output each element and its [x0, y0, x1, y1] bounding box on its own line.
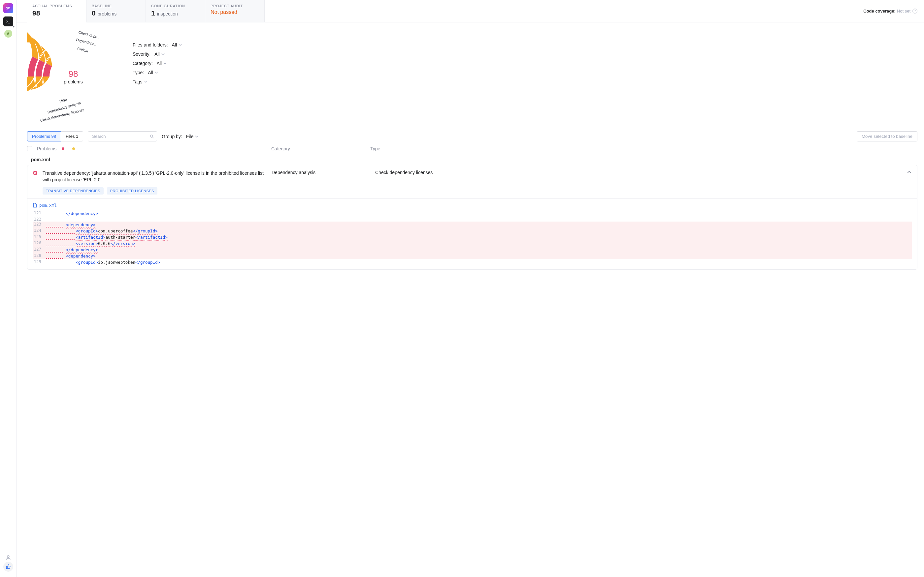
code-line: 122 — [33, 217, 912, 222]
tab-value: 1 — [151, 9, 155, 17]
tab-strip: ACTUAL PROBLEMS 98 BASELINE 0problems CO… — [16, 0, 924, 23]
code-line: 124 <groupId>com.ubercoffee</groupId> — [33, 228, 912, 234]
tab-baseline[interactable]: BASELINE 0problems — [86, 0, 146, 22]
error-icon — [33, 171, 38, 183]
qodana-icon[interactable]: QD — [3, 3, 13, 13]
filter-label: Tags — [132, 79, 142, 84]
problem-title: Transitive dependency: 'jakarta.annotati… — [42, 170, 267, 183]
chevron-down-icon — [195, 135, 199, 139]
code-coverage-value: Not set — [897, 8, 911, 13]
table-header: Problems → Category Type — [27, 142, 918, 155]
sunburst-chart[interactable]: 98 problems Check depe… Dependenc… Criti… — [27, 30, 120, 122]
filter-label: Category: — [132, 61, 153, 66]
segment-files[interactable]: Files 1 — [61, 131, 83, 142]
problem-type: Check dependency licenses — [375, 170, 433, 175]
tab-project-audit[interactable]: PROJECT AUDIT Not passed — [205, 0, 265, 22]
sunburst-center: 98 problems — [27, 30, 120, 122]
col-problems: Problems — [37, 146, 57, 152]
code-line: 127 </dependency> — [33, 247, 912, 253]
tab-value: Not passed — [210, 9, 252, 15]
col-category: Category — [271, 146, 370, 152]
chevron-down-icon — [178, 43, 182, 47]
file-link-text: pom.xml — [39, 203, 57, 208]
filter-label: Files and folders: — [132, 42, 168, 47]
filter-value: All — [154, 52, 160, 57]
avatar-initial: A — [7, 32, 10, 35]
filter-label: Severity: — [132, 52, 150, 57]
filter-type[interactable]: Type: All — [132, 70, 182, 75]
search-input[interactable] — [88, 131, 157, 142]
feedback-button[interactable] — [3, 562, 13, 572]
tab-actual-problems[interactable]: ACTUAL PROBLEMS 98 — [27, 0, 86, 23]
filter-severity[interactable]: Severity: All — [132, 52, 182, 57]
file-icon — [33, 203, 37, 208]
tab-value: 98 — [32, 9, 40, 17]
filter-files-folders[interactable]: Files and folders: All — [132, 42, 182, 47]
tab-label: ACTUAL PROBLEMS — [32, 4, 74, 8]
severity-dot-warning-icon — [72, 147, 75, 150]
terminal-glyph: >_ — [6, 20, 10, 23]
filter-value: All — [157, 61, 162, 66]
groupby-label: Group by: — [162, 134, 182, 139]
code-line: 128 <dependency> — [33, 253, 912, 259]
tab-unit: inspection — [157, 11, 178, 16]
tag-chip[interactable]: TRANSITIVE DEPENDENCIES — [42, 187, 103, 195]
tab-label: BASELINE — [92, 4, 134, 8]
file-link[interactable]: pom.xml — [33, 203, 912, 208]
select-all-checkbox[interactable] — [27, 146, 32, 152]
chevron-down-icon — [154, 71, 158, 74]
view-segment: Problems 98 Files 1 — [27, 131, 83, 142]
problem-category: Dependency analysis — [271, 170, 371, 183]
chevron-down-icon — [144, 80, 148, 84]
svg-point-0 — [7, 556, 9, 558]
code-line: 123 <dependency> — [33, 222, 912, 228]
search-icon — [150, 134, 154, 139]
problem-row[interactable]: Transitive dependency: 'jakarta.annotati… — [27, 165, 917, 187]
user-outline-icon[interactable] — [5, 554, 11, 561]
help-icon[interactable]: ? — [913, 8, 918, 13]
chevron-down-icon — [163, 61, 167, 65]
code-line: 125 <artifactId>auth-starter</artifactId… — [33, 234, 912, 240]
col-type: Type — [370, 146, 918, 152]
qodana-icon-label: QD — [6, 6, 11, 10]
filter-label: Type: — [132, 70, 144, 75]
code-line: 126 <version>0.0.6</version> — [33, 240, 912, 247]
code-coverage-label: Code coverage: — [863, 8, 896, 13]
move-to-baseline-button[interactable]: Move selected to baseline — [857, 131, 918, 142]
group-by-dropdown[interactable]: Group by: File — [162, 134, 199, 139]
filter-tags[interactable]: Tags — [132, 79, 182, 84]
thumbs-up-icon — [6, 564, 11, 569]
severity-dot-critical-icon — [62, 147, 65, 150]
code-panel: pom.xml 121 </dependency>122123 <depende… — [27, 198, 917, 269]
filter-value: All — [148, 70, 153, 75]
groupby-value: File — [186, 134, 194, 139]
problem-card: Transitive dependency: 'jakarta.annotati… — [27, 165, 918, 270]
code-line: 121 </dependency> — [33, 210, 912, 217]
tab-configuration[interactable]: CONFIGURATION 1inspection — [146, 0, 205, 22]
tab-label: PROJECT AUDIT — [210, 4, 252, 8]
filter-category[interactable]: Category: All — [132, 61, 182, 66]
code-line: 129 <groupId>io.jsonwebtoken</groupId> — [33, 259, 912, 266]
tab-unit: problems — [98, 11, 117, 16]
terminal-icon[interactable]: >_ — [3, 16, 13, 26]
tab-value: 0 — [92, 9, 96, 17]
tab-label: CONFIGURATION — [151, 4, 193, 8]
sunburst-count-label: problems — [64, 79, 83, 84]
segment-problems[interactable]: Problems 98 — [27, 131, 61, 142]
code-block: 121 </dependency>122123 <dependency>124 … — [33, 210, 912, 266]
sunburst-count: 98 — [69, 69, 78, 79]
avatar[interactable]: A — [4, 30, 12, 37]
chevron-down-icon — [161, 52, 165, 56]
tag-chip[interactable]: PROHIBITED LICENSES — [107, 187, 157, 195]
filter-value: All — [172, 42, 177, 47]
arrow-icon: → — [66, 147, 70, 151]
svg-point-7 — [150, 135, 153, 137]
file-group-heading: pom.xml — [31, 157, 918, 162]
chevron-up-icon[interactable] — [906, 170, 912, 174]
problem-tags: TRANSITIVE DEPENDENCIES PROHIBITED LICEN… — [27, 187, 917, 198]
